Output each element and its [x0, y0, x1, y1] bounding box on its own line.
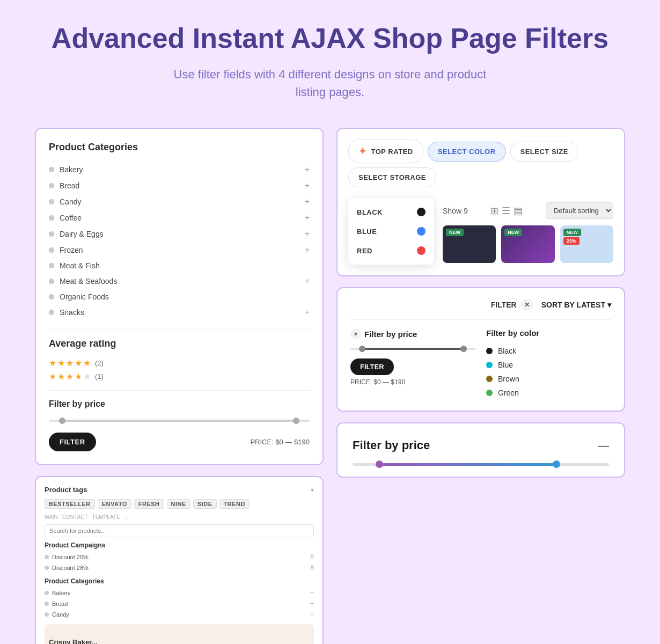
- range-thumb-left[interactable]: [59, 418, 65, 424]
- expand-icon[interactable]: +: [305, 213, 310, 223]
- sort-latest-button[interactable]: SORT BY LATEST ▾: [541, 301, 611, 309]
- expand-icon[interactable]: +: [305, 229, 310, 239]
- item-count: 8: [310, 553, 314, 561]
- list-item[interactable]: Bread +: [45, 598, 314, 609]
- tab-select-storage[interactable]: SELECT STORAGE: [348, 167, 436, 187]
- star-icon: ★: [66, 358, 74, 368]
- tag-header: Product tags ▾: [45, 486, 314, 494]
- view-icons: ⊞ ☰ ▤: [490, 205, 523, 217]
- list-item[interactable]: Dairy & Eggs +: [49, 226, 310, 242]
- expand-icon[interactable]: +: [305, 197, 310, 207]
- list-item[interactable]: Meat & Seafoods +: [49, 273, 310, 289]
- chevron-down-icon[interactable]: ▾: [311, 486, 314, 494]
- tab-select-color[interactable]: SELECT COLOR: [428, 142, 506, 162]
- product-tags-title: Product tags: [45, 486, 87, 494]
- list-item[interactable]: Discount 20% 8: [45, 552, 314, 562]
- tab-select-size[interactable]: SELECT SIZE: [510, 142, 578, 162]
- big-filter-header: Filter by price —: [353, 438, 609, 452]
- list-item[interactable]: Meat & Fish: [49, 258, 310, 273]
- expand-icon[interactable]: +: [305, 276, 310, 286]
- list-item[interactable]: Bakery +: [49, 162, 310, 178]
- filter-by-color-title: Filter by color: [486, 328, 611, 338]
- list-item[interactable]: Bread +: [49, 178, 310, 194]
- color-name: BLUE: [357, 228, 377, 236]
- slider-thumb-left[interactable]: [376, 460, 383, 468]
- color-label: Green: [498, 389, 519, 397]
- category-label: Bakery: [60, 165, 83, 174]
- category-dot: [49, 167, 54, 172]
- category-label: Dairy & Eggs: [60, 230, 104, 238]
- categories-title: Product Categories: [45, 577, 314, 585]
- sort-select[interactable]: Default sorting: [546, 202, 613, 219]
- color-list: Black Blue Brown Green: [486, 344, 611, 400]
- list-item[interactable]: Discount 28% 8: [45, 562, 314, 573]
- detail-view-icon[interactable]: ▤: [514, 205, 523, 217]
- list-item[interactable]: Candy +: [49, 194, 310, 210]
- range-thumb-right[interactable]: [460, 346, 467, 352]
- rating-row-4[interactable]: ★ ★ ★ ★ ★ (1): [49, 371, 310, 382]
- expand-icon[interactable]: +: [310, 611, 314, 618]
- list-item[interactable]: Organic Foods: [49, 289, 310, 304]
- collapse-icon[interactable]: —: [598, 440, 609, 452]
- right-side-controls: Show 9 ⊞ ☰ ▤ Default sorting NEW: [443, 194, 613, 263]
- search-input[interactable]: [45, 524, 314, 537]
- nav-item[interactable]: MAIN: [45, 514, 58, 520]
- range-thumb-left[interactable]: [359, 346, 365, 352]
- tag-pill[interactable]: BESTSELLER: [45, 499, 95, 509]
- list-item[interactable]: Candy +: [45, 609, 314, 620]
- price-label: PRICE: $0 — $190: [250, 438, 310, 446]
- new-badge: NEW: [563, 229, 581, 236]
- expand-icon[interactable]: +: [305, 245, 310, 255]
- chevron-down-icon[interactable]: ▾: [350, 328, 361, 339]
- expand-icon[interactable]: +: [305, 165, 310, 174]
- color-option-blue[interactable]: BLUE: [348, 222, 434, 241]
- item-dot: [45, 555, 49, 559]
- filter-by-price-title: ▾ Filter by price: [350, 328, 475, 339]
- item-label: Candy: [52, 611, 69, 618]
- category-label: Meat & Fish: [60, 261, 100, 270]
- color-option-black[interactable]: BLACK: [348, 202, 434, 222]
- nav-row: MAIN CONTACT TEMPLATE ...: [45, 514, 314, 520]
- price-slider-bar: [353, 463, 609, 466]
- list-item[interactable]: Frozen +: [49, 242, 310, 258]
- expand-icon[interactable]: +: [305, 181, 310, 191]
- slider-thumb-right[interactable]: [553, 460, 560, 468]
- rating-count: (2): [95, 359, 104, 367]
- tab-label: TOP RATED: [371, 148, 413, 156]
- filter-button[interactable]: FILTER: [350, 358, 394, 375]
- category-dot: [49, 263, 54, 268]
- expand-icon[interactable]: +: [310, 600, 314, 608]
- expand-icon[interactable]: +: [310, 589, 314, 597]
- tag-pill[interactable]: SIDE: [193, 499, 217, 509]
- big-filter-panel: Filter by price —: [336, 422, 625, 478]
- tag-pill[interactable]: ENVATO: [98, 499, 131, 509]
- range-thumb-right[interactable]: [293, 418, 299, 424]
- color-circle: [417, 208, 426, 216]
- star-icon: ★: [49, 371, 56, 382]
- tag-pill[interactable]: NINE: [167, 499, 190, 509]
- rating-row-5[interactable]: ★ ★ ★ ★ ★ (2): [49, 358, 310, 368]
- color-option-red[interactable]: RED: [348, 241, 434, 260]
- color-list-item[interactable]: Blue: [486, 358, 611, 372]
- nav-item[interactable]: TEMPLATE: [92, 514, 120, 520]
- list-item[interactable]: Snacks +: [49, 304, 310, 320]
- expand-icon[interactable]: +: [305, 308, 310, 317]
- star-icon: ★: [83, 371, 91, 382]
- filter-price-title: Filter by price: [49, 399, 310, 409]
- color-list-item[interactable]: Brown: [486, 372, 611, 386]
- close-filter-button[interactable]: ✕: [521, 299, 533, 311]
- tag-pill[interactable]: FRESH: [134, 499, 164, 509]
- color-list-item[interactable]: Green: [486, 386, 611, 400]
- color-list-item[interactable]: Black: [486, 344, 611, 358]
- item-dot: [45, 566, 49, 570]
- grid-view-icon[interactable]: ⊞: [490, 205, 498, 217]
- filter-button[interactable]: FILTER: [49, 433, 96, 451]
- nav-item[interactable]: CONTACT: [62, 514, 88, 520]
- tab-top-rated[interactable]: ✦ TOP RATED: [348, 140, 423, 163]
- category-label: Candy: [60, 197, 81, 206]
- price-slider-fill: [378, 463, 558, 466]
- tag-pill[interactable]: TREND: [219, 499, 250, 509]
- list-item[interactable]: Coffee +: [49, 210, 310, 226]
- list-view-icon[interactable]: ☰: [502, 205, 510, 217]
- list-item[interactable]: Bakery +: [45, 588, 314, 598]
